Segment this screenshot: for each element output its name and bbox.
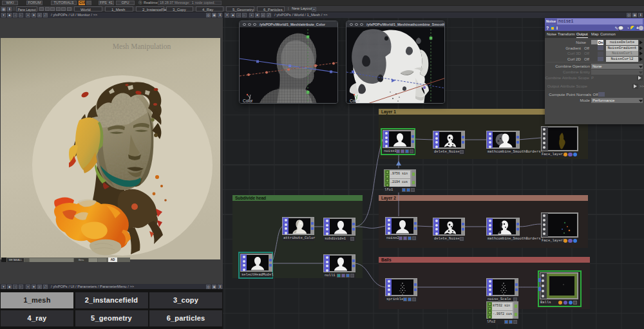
svg-text:Mesh Manipulation: Mesh Manipulation bbox=[113, 42, 171, 51]
svg-text:Color: Color bbox=[350, 99, 360, 103]
svg-text:Color: Color bbox=[243, 99, 253, 103]
